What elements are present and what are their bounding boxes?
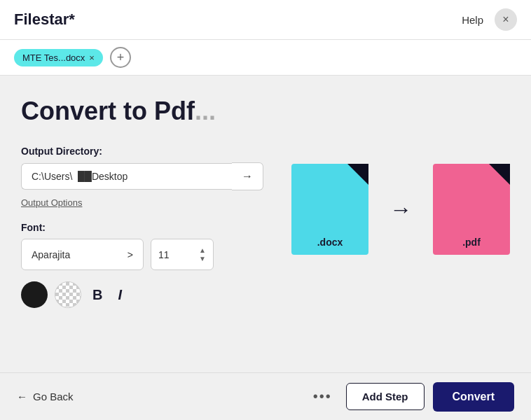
go-back-arrow-icon: ←	[17, 391, 27, 402]
convert-button[interactable]: Convert	[433, 382, 514, 412]
italic-button[interactable]: I	[113, 284, 126, 306]
font-row: Aparajita > 11 ▲ ▼	[21, 239, 263, 270]
tab-close-icon[interactable]: ×	[89, 53, 95, 62]
tab-bar: MTE Tes...docx × +	[0, 40, 531, 76]
spinner-up-icon: ▲	[199, 246, 206, 254]
header: Filestar* Help ×	[0, 0, 531, 40]
target-file-icon: .pdf	[433, 164, 510, 255]
color-swatch-black[interactable]	[21, 281, 48, 308]
add-tab-button[interactable]: +	[110, 47, 131, 68]
close-button[interactable]: ×	[495, 8, 517, 31]
output-options-link[interactable]: Output Options	[21, 197, 82, 208]
conversion-arrow-icon: →	[389, 197, 412, 223]
footer: ← Go Back ••• Add Step Convert	[0, 372, 531, 420]
app-title: Filestar*	[14, 10, 75, 29]
font-label: Font:	[21, 222, 263, 233]
tab-label: MTE Tes...docx	[22, 52, 85, 63]
left-panel: Convert to Pdf... Output Directory: → Ou…	[21, 97, 263, 308]
source-file-ext: .docx	[317, 237, 343, 248]
page-title-dots: ...	[195, 97, 216, 125]
directory-row: →	[21, 162, 263, 190]
header-right: Help ×	[462, 8, 517, 31]
color-row: B I	[21, 281, 263, 308]
page-title: Convert to Pdf...	[21, 97, 263, 126]
more-options-button[interactable]: •••	[308, 386, 338, 407]
color-swatch-checker[interactable]	[55, 281, 81, 308]
right-panel: .docx → .pdf	[291, 97, 510, 308]
spinner-down-icon: ▼	[199, 255, 206, 262]
output-directory-label: Output Directory:	[21, 146, 263, 157]
tab-item-docx[interactable]: MTE Tes...docx ×	[14, 49, 103, 66]
help-link[interactable]: Help	[462, 14, 483, 26]
add-step-button[interactable]: Add Step	[346, 383, 425, 410]
font-select[interactable]: Aparajita >	[21, 239, 144, 270]
spinner-arrows: ▲ ▼	[199, 246, 206, 262]
main-content: Convert to Pdf... Output Directory: → Ou…	[0, 76, 531, 364]
bold-button[interactable]: B	[88, 284, 106, 306]
font-chevron-icon: >	[127, 249, 133, 260]
source-file-icon: .docx	[291, 164, 368, 255]
go-back-label: Go Back	[33, 391, 74, 402]
target-file-ext: .pdf	[462, 237, 481, 248]
font-value: Aparajita	[32, 249, 70, 260]
directory-input[interactable]	[21, 163, 232, 190]
directory-browse-button[interactable]: →	[232, 162, 263, 190]
go-back-button[interactable]: ← Go Back	[17, 391, 74, 402]
font-size-select[interactable]: 11 ▲ ▼	[151, 239, 214, 270]
footer-right: ••• Add Step Convert	[308, 382, 514, 412]
font-size-value: 11	[158, 249, 170, 260]
